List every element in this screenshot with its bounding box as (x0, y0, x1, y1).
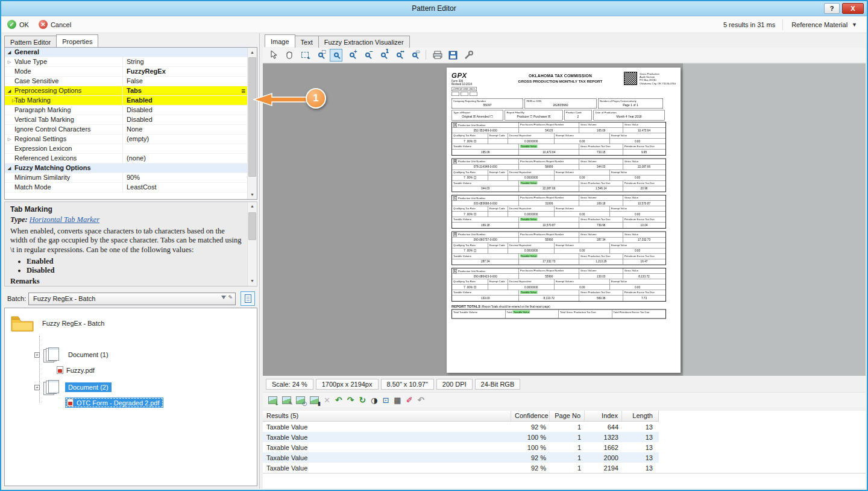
property-category-general[interactable]: ◢General (5, 48, 247, 57)
property-row-ignore-control-characters[interactable]: Ignore Control CharactersNone (5, 125, 247, 135)
tree-root-batch[interactable]: Fuzzy RegEx - Batch (10, 314, 104, 332)
column-index[interactable]: Index (585, 411, 622, 421)
print-icon[interactable] (431, 49, 444, 62)
zoom-fit-page-icon[interactable]: ▭ (408, 49, 421, 62)
property-grid-scrollbar[interactable]: ▲ ▼ (247, 48, 257, 199)
image-levels-icon[interactable]: ▮ (310, 396, 319, 404)
rotate-cw-icon[interactable]: ↷ (347, 396, 354, 404)
column-length[interactable]: Length (622, 411, 656, 421)
scrollbar-thumb[interactable] (248, 57, 256, 177)
property-row-expression-lexicon[interactable]: Expression Lexicon (5, 144, 247, 154)
tab-image[interactable]: Image (265, 34, 295, 47)
report-totals-row: Total Taxable VolumeTotal Taxable ValueT… (451, 309, 666, 318)
property-row-value-type[interactable]: ▷Value TypeString (5, 57, 247, 67)
help-scrollbar[interactable]: ▲ ▼ (247, 202, 257, 286)
zoom-fit-width-icon[interactable]: ↔ (392, 49, 405, 62)
taxable-value-highlight: Taxable Value (520, 254, 537, 257)
pointer-icon[interactable] (267, 49, 280, 62)
property-row-case-sensitive[interactable]: Case SensitiveFalse (5, 77, 247, 86)
zoom-in-icon[interactable]: + (345, 49, 358, 62)
pan-hand-icon[interactable] (283, 49, 295, 62)
result-confidence: 92 % (511, 454, 550, 462)
image-zoom-icon[interactable]: ○ (296, 396, 305, 404)
property-row-tab-marking[interactable]: ▷Tab MarkingEnabled (5, 96, 247, 106)
scroll-down-icon[interactable]: ▼ (248, 277, 257, 286)
help-type-link[interactable]: Horizontal Tab Marker (30, 215, 99, 224)
property-row-minimum-similarity[interactable]: Minimum Similarity90% (5, 173, 247, 183)
zoom-actual-size-icon[interactable]: 1 (377, 49, 389, 62)
column-results[interactable]: Results (5) (263, 411, 511, 421)
scrollbar-thumb[interactable] (248, 212, 256, 240)
tab-properties[interactable]: Properties (56, 34, 98, 47)
address-line: Oklahoma City, OK 73126-0740 (640, 81, 676, 84)
property-label: Value Type (14, 57, 123, 66)
zoom-window-icon[interactable]: □ (314, 49, 327, 62)
image-export-icon[interactable]: ↓ (268, 396, 277, 404)
grid-icon[interactable]: ▦ (394, 396, 401, 404)
result-row[interactable]: Taxable Value92 %1219413 (263, 463, 659, 473)
batch-combo[interactable]: Fuzzy RegEx - Batch ✎ (28, 293, 236, 305)
tree-item-label-selected[interactable]: Document (2) (65, 382, 112, 392)
save-icon[interactable] (447, 49, 459, 62)
scroll-up-icon[interactable]: ▲ (248, 48, 257, 57)
zoom-tool-icon[interactable] (330, 49, 342, 62)
close-button[interactable]: X (842, 3, 864, 14)
select-region-icon[interactable] (298, 49, 311, 62)
rotate-ccw-icon[interactable]: ↶ (335, 396, 342, 404)
crop-icon[interactable]: ⊡ (382, 396, 389, 404)
refresh-icon[interactable]: ↻ (359, 396, 366, 404)
help-description: When enabled, converts space characters … (10, 227, 244, 255)
tree-file-label[interactable]: Fuzzy.pdf (66, 367, 95, 374)
scroll-down-icon[interactable]: ▼ (248, 190, 257, 199)
property-row-match-mode[interactable]: Match ModeLeastCost (5, 183, 247, 192)
property-category-fuzzy-matching-options[interactable]: ◢Fuzzy Matching Options (5, 163, 247, 173)
result-row[interactable]: Taxable Value100 %1166213 (263, 442, 659, 452)
help-button[interactable]: ? (824, 3, 840, 14)
tree-item-document-2[interactable]: + Document (2) (34, 379, 112, 395)
result-row[interactable]: Taxable Value100 %1132313 (263, 432, 659, 442)
edit-icon[interactable]: ✎ (228, 295, 233, 300)
column-confidence[interactable]: Confidence (511, 411, 550, 421)
property-row-vertical-tab-marking[interactable]: Vertical Tab MarkingDisabled (5, 115, 247, 125)
results-header[interactable]: Results (5) Confidence Page No Index Len… (263, 411, 659, 422)
property-row-referenced-lexicons[interactable]: Referenced Lexicons(none) (5, 154, 247, 163)
tree-file-otc-form-pdf[interactable]: OTC Form - Degraded 2.pdf (65, 398, 163, 408)
open-document-button[interactable] (241, 291, 255, 306)
expander-expanded-icon[interactable]: ◢ (5, 166, 14, 171)
zoom-out-icon[interactable]: − (361, 49, 374, 62)
property-row-paragraph-marking[interactable]: Paragraph MarkingDisabled (5, 106, 247, 115)
property-value: False (123, 77, 247, 86)
tab-fuzzy-extraction-visualizer[interactable]: Fuzzy Extraction Visualizer (318, 36, 410, 48)
expander-expanded-icon[interactable]: ◢ (5, 50, 14, 55)
expand-plus-icon[interactable]: + (34, 385, 40, 390)
property-row-mode[interactable]: ModeFuzzyRegEx (5, 67, 247, 77)
redact-icon[interactable]: ✐ (406, 396, 413, 404)
image-edit-icon[interactable]: ✎ (282, 396, 291, 404)
property-row-regional-settings[interactable]: ▷Regional Settings(empty) (5, 135, 247, 144)
ok-button[interactable]: ✓ OK (7, 20, 29, 29)
expander-collapsed-icon[interactable]: ▷ (5, 137, 14, 142)
tools-wrench-icon[interactable] (462, 49, 475, 62)
tab-pattern-editor[interactable]: Pattern Editor (4, 36, 57, 48)
expander-expanded-icon[interactable]: ◢ (5, 89, 14, 93)
image-viewer[interactable]: GPX Form 300 Revised 10-2014 -OFFICE USE… (263, 63, 866, 376)
expander-collapsed-icon[interactable]: ▷ (5, 98, 14, 103)
property-row-preprocessing-options[interactable]: ◢Preprocessing OptionsTabs≡ (5, 86, 247, 96)
filter-icon[interactable] (221, 296, 226, 299)
tab-text[interactable]: Text (295, 36, 319, 48)
result-row[interactable]: Taxable Value92 %164413 (263, 422, 659, 432)
menu-icon[interactable]: ≡ (241, 87, 245, 95)
expander-collapsed-icon[interactable]: ▷ (5, 60, 14, 65)
tree-file-fuzzy-pdf[interactable]: Fuzzy.pdf (57, 365, 95, 375)
reference-material-dropdown[interactable]: Reference Material ▼ (782, 19, 861, 30)
tree-file-label[interactable]: OTC Form - Degraded 2.pdf (77, 399, 160, 407)
cancel-button[interactable]: ✕ Cancel (39, 20, 71, 29)
column-page-no[interactable]: Page No (550, 411, 585, 421)
tree-item-label[interactable]: Document (1) (65, 350, 112, 360)
scroll-up-icon[interactable]: ▲ (248, 202, 257, 211)
expand-plus-icon[interactable]: + (34, 352, 40, 358)
tree-item-document-1[interactable]: + Document (1) (34, 347, 112, 363)
invert-icon[interactable]: ◑ (371, 396, 377, 404)
title-bar[interactable]: Pattern Editor ? X (1, 1, 867, 16)
result-row[interactable]: Taxable Value92 %1200013 (263, 452, 659, 463)
